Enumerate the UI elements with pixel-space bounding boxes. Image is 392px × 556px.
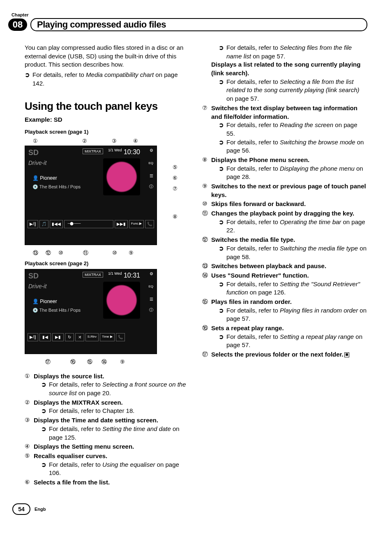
item-13: ⑬ Switches between playback and pause. [202,262,367,271]
arrow-icon: ➲ [219,244,224,261]
language-code: Engb [35,507,46,512]
callouts-bottom-2: ⑰ ⑯ ⑮ ⑭ ⑨ [33,358,190,366]
ss-source-badge: SD [28,271,39,281]
arrow-icon: ➲ [219,164,224,181]
playback-screenshot-1: SD MIXTRAX 1/1 Wed 10:30 ⚙ Drive-it EQ 👤… [25,146,157,245]
ss-mixtrax-button: MIXTRAX [83,272,103,278]
list-icon: ☰ [150,297,153,302]
arrow-icon: ➲ [219,306,224,323]
sretriever-button: S.Rtrv [85,333,99,341]
repeat-icon: ↻ [65,333,74,341]
item-7: ⑦ Switches the text display between tag … [202,104,367,155]
ss-eq-button: EQ [148,284,153,289]
screenshot1-caption: Playback screen (page 1) [25,128,190,136]
info-icon: ⓘ [149,184,153,190]
item-14: ⑭ Uses "Sound Retriever" function. ➲ For… [202,271,367,297]
phone-icon: 📞 [116,333,125,341]
ss-album: Drive-it [28,283,46,290]
ss-clock: 1/1 Wed 10:30 [108,148,140,157]
chapter-title-box: Playing compressed audio files [30,18,367,31]
item-3: ③ Displays the Time and date setting scr… [25,416,190,442]
item-4: ④ Displays the Setting menu screen. [25,442,190,451]
arrow-icon: ➲ [219,78,224,103]
arrow-icon: ➲ [41,407,46,415]
chapter-title: Playing compressed audio files [37,19,166,30]
arrow-icon: ➲ [219,121,224,138]
ss-playback-bar-2: ▶/∥ ▮◀ ▶▮ ↻ ⤨ S.Rtrv Time ▶ 📞 [28,333,154,341]
func-button: Func.▶ [129,220,144,228]
arrow-icon: ➲ [41,461,46,477]
playback-screenshot-2: SD MIXTRAX 1/1 Wed 10:31 ⚙ Drive-it EQ 👤… [25,269,157,354]
ss-artist: 👤 Pioneer [32,175,57,182]
folder-next-icon: ▶▮ [52,333,64,341]
info-icon: ⓘ [149,307,153,313]
chapter-label: Chapter [12,12,367,17]
page-number: 54 [12,503,30,515]
link-search-title: Displays a list related to the song curr… [211,60,367,77]
media-type-icon: 🎵 [39,220,48,228]
chapter-number: 08 [8,19,27,31]
arrow-icon: ➲ [219,333,224,350]
arrow-icon: ➲ [219,44,224,60]
time-button: Time ▶ [100,333,115,341]
intro-ref: For details, refer to Media compatibilit… [32,71,190,88]
item-12: ⑫ Switches the media file type. ➲ For de… [202,236,367,261]
callouts-bottom-1: ⑬ ⑫ ⑩ ⑪ ⑩ ⑨ [33,249,190,257]
item-6: ⑥ Selects a file from the list. [25,478,190,487]
arrow-icon: ➲ [41,425,46,442]
arrow-icon: ➲ [41,380,46,397]
item-16: ⑯ Sets a repeat play range. ➲ For detail… [202,324,367,350]
item-8: ⑧ Displays the Phone menu screen. ➲ For … [202,156,367,181]
play-pause-icon: ▶/∥ [28,333,38,341]
chapter-header: Chapter 08 Playing compressed audio file… [25,12,367,31]
intro-text: You can play compressed audio files stor… [25,44,190,69]
item-15: ⑮ Plays files in random order. ➲ For det… [202,298,367,323]
section-subheading: Example: SD [25,116,190,124]
ss-eq-button: EQ [148,161,153,165]
ss-track: 💿 The Best Hits / Pops [32,184,81,190]
ss-playback-bar: ▶/∥ 🎵 ▮◀◀ ─⬤─── ▶▶▮ Func.▶ 📞 [28,220,154,228]
ss-track: 💿 The Best Hits / Pops [32,307,81,313]
right-column: ➲ For details, refer to Selecting files … [202,44,367,487]
callouts-top-1: ① ② ③ ④ [33,137,190,145]
ss-artist: 👤 Pioneer [32,298,57,305]
play-pause-icon: ▶/∥ [28,220,38,228]
arrow-icon: ➲ [219,138,224,155]
section-end-icon: ■ [344,352,349,357]
arrow-icon: ➲ [25,71,30,88]
ss-album-art [103,282,140,319]
left-column: You can play compressed audio files stor… [25,44,190,487]
item-10: ⑩ Skips files forward or backward. [202,200,367,208]
ss-clock: 1/1 Wed 10:31 [108,271,140,280]
shuffle-icon: ⤨ [75,333,84,341]
folder-prev-icon: ▮◀ [39,333,51,341]
gear-icon: ⚙ [150,148,153,153]
ss-album: Drive-it [28,159,46,167]
ss-source-badge: SD [28,148,39,158]
list-icon: ☰ [150,173,153,179]
ss-mixtrax-button: MIXTRAX [83,148,103,154]
item-11: ⑪ Changes the playback point by dragging… [202,209,367,235]
item-9: ⑨ Switches to the next or previous page … [202,182,367,199]
screenshot2-caption: Playback screen (page 2) [25,260,190,267]
item-17: ⑰ Selects the previous folder or the nex… [202,350,367,359]
arrow-icon: ➲ [219,218,224,235]
gear-icon: ⚙ [150,271,153,277]
page-footer: 54 Engb [12,503,367,515]
next-track-icon: ▶▶▮ [115,220,128,228]
arrow-icon: ➲ [219,280,224,297]
phone-icon: 📞 [145,220,154,228]
section-heading: Using the touch panel keys [25,99,190,114]
ss-album-art [103,158,140,195]
time-bar: ─⬤─── [64,220,113,228]
item-2: ② Displays the MIXTRAX screen. ➲ For det… [25,398,190,415]
item-1: ① Displays the source list. ➲ For detail… [25,372,190,398]
item-5: ⑤ Recalls equaliser curves. ➲ For detail… [25,452,190,477]
prev-track-icon: ▮◀◀ [50,220,63,228]
